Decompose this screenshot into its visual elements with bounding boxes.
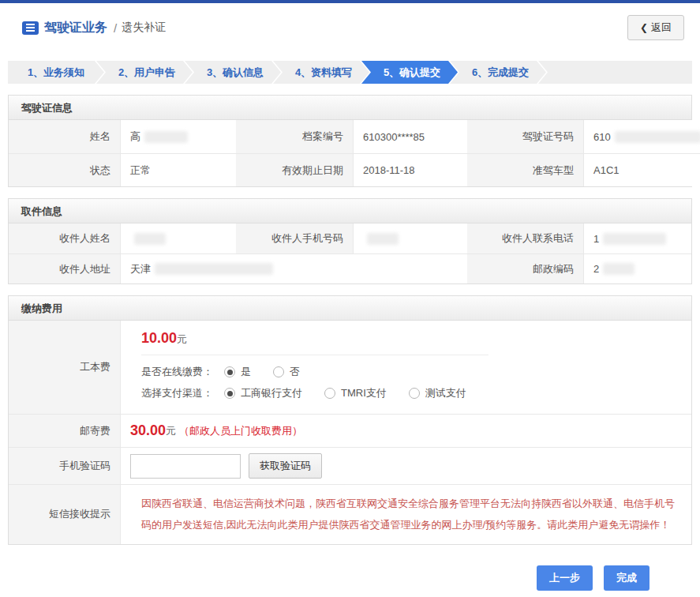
pay-channel-question: 选择支付渠道： [141, 386, 213, 400]
online-pay-row: 是否在线缴费： 是 否 [141, 365, 489, 379]
radio-online-pay-yes[interactable]: 是 [224, 365, 251, 379]
status-value: 正常 [121, 153, 236, 186]
file-number-value: 610300****85 [354, 120, 467, 153]
redacted-value [615, 131, 700, 143]
mail-fee-value: 30.00元（邮政人员上门收取费用） [121, 414, 691, 447]
production-fee-label: 工本费 [9, 321, 121, 414]
step-tab-3[interactable]: 3、确认信息 [185, 61, 281, 84]
license-section-title: 驾驶证信息 [9, 96, 691, 120]
sms-notice-text: 因陕西省联通、电信运营商技术问题，陕西省互联网交通安全综合服务管理平台无法向持陕… [130, 485, 691, 544]
sms-code-row: 获取验证码 [121, 447, 691, 484]
back-button-label: 返回 [651, 21, 672, 33]
file-number-label: 档案编号 [236, 120, 354, 153]
step-tab-5-active[interactable]: 5、确认提交 [361, 61, 458, 84]
license-number-label: 驾驶证号码 [467, 120, 584, 153]
step-tab-label: 4、资料填写 [295, 66, 352, 80]
finish-button[interactable]: 完成 [604, 565, 649, 591]
sms-code-label: 手机验证码 [9, 447, 121, 484]
radio-checked-icon [224, 366, 235, 377]
fees-section-title: 缴纳费用 [9, 296, 691, 321]
redacted-value [144, 131, 188, 143]
license-info-section: 驾驶证信息 姓名 高 档案编号 610300****85 驾驶证号码 610 状… [8, 95, 692, 187]
divider [141, 355, 489, 355]
list-icon [22, 21, 39, 35]
redacted-value [603, 233, 666, 245]
step-tab-label: 2、用户申告 [118, 66, 175, 80]
breadcrumb-separator: / [114, 21, 117, 35]
page-header: 驾驶证业务 / 遗失补证 ❮返回 [0, 3, 700, 51]
pickup-section-title: 取件信息 [9, 199, 691, 223]
step-tab-1[interactable]: 1、业务须知 [8, 61, 104, 84]
production-fee-amount: 10.00元 [141, 330, 489, 347]
redacted-value [155, 263, 273, 275]
expiry-label: 有效期止日期 [236, 153, 354, 186]
step-tabs: 1、业务须知 2、用户申告 3、确认信息 4、资料填写 5、确认提交 6、完成提… [8, 61, 692, 84]
postcode-value: 2 [584, 253, 691, 283]
postcode-label: 邮政编码 [467, 253, 584, 283]
radio-checked-icon [224, 388, 235, 399]
recipient-mobile-value [354, 223, 467, 253]
name-label: 姓名 [9, 120, 121, 153]
step-tab-4[interactable]: 4、资料填写 [273, 61, 369, 84]
vehicle-class-value: A1C1 [584, 153, 700, 186]
page-title: 驾驶证业务 [44, 20, 107, 36]
pickup-info-section: 取件信息 收件人姓名 收件人手机号码 收件人联系电话 1 收件人地址 天津 邮政… [8, 198, 692, 284]
mail-fee-label: 邮寄费 [9, 414, 121, 447]
radio-unchecked-icon [324, 388, 335, 399]
recipient-name-value [121, 223, 236, 253]
previous-step-button[interactable]: 上一步 [537, 565, 593, 591]
pay-channel-row: 选择支付渠道： 工商银行支付 TMRI支付 测试支付 [141, 386, 489, 400]
step-tab-2[interactable]: 2、用户申告 [96, 61, 193, 84]
mail-fee-note: （邮政人员上门收取费用） [179, 424, 302, 438]
status-label: 状态 [9, 153, 121, 186]
sms-code-input[interactable] [130, 454, 241, 479]
chevron-left-icon: ❮ [640, 22, 648, 33]
recipient-name-label: 收件人姓名 [9, 223, 121, 253]
sms-notice-cell: 因陕西省联通、电信运营商技术问题，陕西省互联网交通安全综合服务管理平台无法向持陕… [121, 484, 691, 544]
get-code-button[interactable]: 获取验证码 [249, 453, 322, 479]
back-button[interactable]: ❮返回 [627, 15, 684, 40]
redacted-value [367, 233, 399, 245]
recipient-mobile-label: 收件人手机号码 [236, 223, 354, 253]
name-value: 高 [121, 120, 236, 153]
address-value: 天津 [121, 253, 467, 283]
footer-actions: 上一步 完成 [0, 565, 649, 591]
expiry-value: 2018-11-18 [354, 153, 467, 186]
radio-unchecked-icon [409, 388, 420, 399]
recipient-phone-label: 收件人联系电话 [467, 223, 584, 253]
step-tab-label: 5、确认提交 [384, 66, 440, 80]
sms-notice-label: 短信接收提示 [9, 484, 121, 544]
redacted-value [134, 233, 166, 245]
step-tab-label: 6、完成提交 [472, 66, 529, 80]
radio-channel-tmri[interactable]: TMRI支付 [324, 386, 387, 400]
license-number-value: 610 [584, 120, 700, 153]
step-tabs-filler [538, 61, 692, 84]
radio-online-pay-no[interactable]: 否 [273, 365, 300, 379]
address-label: 收件人地址 [9, 253, 121, 283]
radio-channel-test[interactable]: 测试支付 [409, 386, 466, 400]
radio-unchecked-icon [273, 366, 284, 377]
fees-section: 缴纳费用 工本费 10.00元 是否在线缴费： 是 否 选择支付渠道： 工商银行… [8, 295, 692, 545]
step-tab-label: 1、业务须知 [28, 66, 84, 80]
redacted-value [603, 263, 634, 275]
online-pay-question: 是否在线缴费： [141, 365, 213, 379]
production-fee-content: 10.00元 是否在线缴费： 是 否 选择支付渠道： 工商银行支付 TMRI支付… [121, 321, 691, 414]
vehicle-class-label: 准驾车型 [467, 153, 584, 186]
step-tab-6[interactable]: 6、完成提交 [450, 61, 546, 84]
breadcrumb-current: 遗失补证 [122, 21, 166, 35]
step-tab-label: 3、确认信息 [207, 66, 264, 80]
recipient-phone-value: 1 [584, 223, 691, 253]
radio-channel-icbc[interactable]: 工商银行支付 [224, 386, 302, 400]
